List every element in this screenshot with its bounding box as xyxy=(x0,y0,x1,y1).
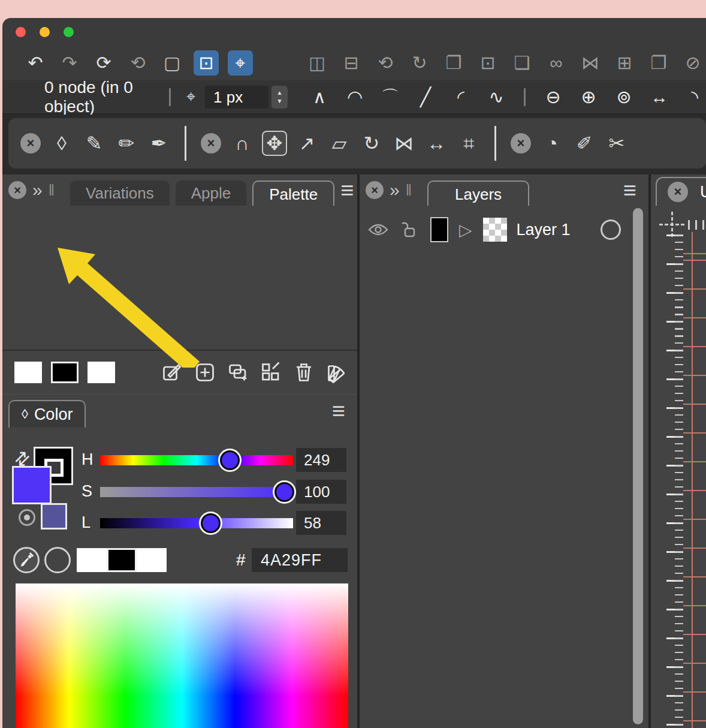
saturation-slider-thumb[interactable] xyxy=(274,482,294,502)
line-segment-icon[interactable]: ╱ xyxy=(414,85,437,110)
fill-color-swatch[interactable] xyxy=(12,466,52,504)
vector-width-tool-icon[interactable]: ◊ xyxy=(49,131,74,156)
panel-grip-icon[interactable]: ‖ xyxy=(49,182,55,199)
zoom-window-button[interactable] xyxy=(64,27,74,37)
scale-tool-icon[interactable]: ↗ xyxy=(294,131,319,156)
secondary-color-swatch[interactable] xyxy=(41,503,67,530)
select-bounding-box-icon[interactable]: ▢ xyxy=(159,50,185,76)
arc-select-tool-icon[interactable]: ◔ xyxy=(539,131,565,156)
collapse-toggle-icon[interactable]: ◊ xyxy=(22,407,28,422)
crop-tool-icon[interactable]: ⌗ xyxy=(456,131,481,156)
lasso-tool-icon[interactable]: ✐ xyxy=(572,131,597,156)
saturation-slider[interactable] xyxy=(100,487,293,497)
saturation-value[interactable]: 100 xyxy=(296,480,346,504)
close-transform-group-icon[interactable]: × xyxy=(201,133,221,154)
flip-vertical-icon[interactable]: ⊟ xyxy=(339,50,364,76)
scrollbar-thumb[interactable] xyxy=(633,208,643,724)
artistic-brush-tool-icon[interactable]: ✎ xyxy=(82,131,107,156)
duplicate-rotate-icon[interactable]: ❐ xyxy=(441,50,466,76)
stroke-width-field[interactable]: 1 px xyxy=(205,86,268,109)
mirror-copy-icon[interactable]: ⋈ xyxy=(578,50,603,76)
disclosure-triangle-icon[interactable]: ▷ xyxy=(459,220,472,240)
panel-menu-icon[interactable]: ≡ xyxy=(340,178,354,203)
hex-input[interactable]: 4A29FF xyxy=(252,548,348,572)
hue-value[interactable]: 249 xyxy=(296,448,346,472)
document-tab[interactable]: × Unt xyxy=(656,177,706,206)
close-document-icon[interactable]: × xyxy=(668,182,688,202)
move-tool-icon[interactable]: ✥ xyxy=(262,131,287,156)
paintbrush-tool-icon[interactable]: ✏ xyxy=(114,131,139,156)
transform-pivot-icon[interactable]: ⌖ xyxy=(228,50,253,76)
tab-variations[interactable]: Variations xyxy=(70,181,170,206)
rotate-tool-icon[interactable]: ↻ xyxy=(359,131,384,156)
arrange-swatches-icon[interactable] xyxy=(260,362,282,383)
collapse-panel-icon[interactable]: » xyxy=(390,180,400,200)
hue-slider-thumb[interactable] xyxy=(220,450,240,470)
curve-segment-icon[interactable]: ◜ xyxy=(449,85,472,110)
ruler-origin-icon[interactable] xyxy=(659,212,684,237)
snap-magnet-tool-icon[interactable]: ∩ xyxy=(230,131,255,156)
s-curve-segment-icon[interactable]: ∿ xyxy=(485,85,508,110)
collapse-panel-icon[interactable]: » xyxy=(32,180,43,200)
swatch-book-icon[interactable] xyxy=(326,362,348,383)
color-menu-icon[interactable]: ≡ xyxy=(332,398,345,424)
close-panel-icon[interactable]: × xyxy=(8,181,26,199)
eyedropper-icon[interactable] xyxy=(13,547,40,573)
stepper-up-icon[interactable]: ▲ xyxy=(277,89,283,96)
unlink-objects-icon[interactable]: ⊘ xyxy=(680,50,705,76)
reverse-path-icon[interactable]: ↔ xyxy=(648,85,671,110)
color-circle-icon[interactable] xyxy=(44,547,71,573)
panel-menu-icon[interactable]: ≡ xyxy=(623,178,636,203)
flip-horizontal-icon[interactable]: ◫ xyxy=(304,50,330,76)
add-node-icon[interactable]: ⊕ xyxy=(577,85,600,110)
tab-palette[interactable]: Palette xyxy=(252,181,334,206)
mirror-tool-icon[interactable]: ⋈ xyxy=(391,131,417,156)
tab-apple[interactable]: Apple xyxy=(176,181,247,206)
duplicate-transform-icon[interactable]: ⟲ xyxy=(125,50,150,76)
selection-frame-icon[interactable]: ⊡ xyxy=(475,50,500,76)
hue-slider[interactable] xyxy=(100,455,293,465)
close-window-button[interactable] xyxy=(16,27,26,37)
layer-target-circle[interactable] xyxy=(601,219,621,240)
layers-scrollbar[interactable] xyxy=(633,208,643,724)
layer-row[interactable]: ▷ Layer 1 xyxy=(368,212,621,248)
layer-name[interactable]: Layer 1 xyxy=(517,221,571,239)
color-mode-radio[interactable] xyxy=(19,509,35,526)
rotate-object-icon[interactable]: ↻ xyxy=(407,50,432,76)
knife-tool-icon[interactable]: ✂ xyxy=(604,131,629,156)
delete-swatch-icon[interactable] xyxy=(293,362,315,383)
layer-thumbnail[interactable] xyxy=(483,218,507,242)
visibility-eye-icon[interactable] xyxy=(368,223,388,236)
close-panel-icon[interactable]: × xyxy=(366,181,384,199)
close-brush-group-icon[interactable]: × xyxy=(20,133,41,154)
undo-icon[interactable]: ↶ xyxy=(23,50,48,76)
remove-node-icon[interactable]: ⊖ xyxy=(542,85,565,110)
node-selection-mode-icon[interactable]: ⊡ xyxy=(194,50,219,76)
link-objects-icon[interactable]: ∞ xyxy=(544,50,569,76)
quick-swatch-no-color[interactable] xyxy=(77,548,107,572)
skew-tool-icon[interactable]: ▱ xyxy=(327,131,352,156)
smooth-node-icon[interactable]: ◠ xyxy=(343,85,366,110)
close-select-group-icon[interactable]: × xyxy=(511,133,531,154)
smooth-path-icon[interactable]: ◝ xyxy=(683,85,706,110)
tab-layers[interactable]: Layers xyxy=(427,181,529,206)
lightness-slider-thumb[interactable] xyxy=(201,513,221,533)
comment-add-icon[interactable] xyxy=(227,362,249,383)
quick-swatch-white[interactable] xyxy=(137,548,167,572)
width-tool-icon[interactable]: ↔ xyxy=(424,131,449,156)
document-canvas[interactable] xyxy=(683,232,706,728)
symmetric-node-icon[interactable]: ⌒ xyxy=(379,85,402,110)
duplicate-add-icon[interactable]: ❐ xyxy=(646,50,671,76)
stepper-down-icon[interactable]: ▼ xyxy=(277,98,283,104)
stroke-width-stepper[interactable]: ▲ ▼ xyxy=(271,86,288,109)
ink-brush-tool-icon[interactable]: ✒ xyxy=(146,131,171,156)
lightness-slider[interactable] xyxy=(100,518,293,528)
lightness-value[interactable]: 58 xyxy=(296,511,346,535)
color-panel-tab[interactable]: ◊ Color xyxy=(8,400,86,428)
color-picker-gradient[interactable] xyxy=(16,583,348,728)
rotate-group-icon[interactable]: ⟲ xyxy=(373,50,398,76)
layer-color-swatch[interactable] xyxy=(430,217,448,242)
lock-icon[interactable] xyxy=(400,221,417,239)
minimize-window-button[interactable] xyxy=(40,27,50,37)
palette-body[interactable] xyxy=(2,206,357,351)
